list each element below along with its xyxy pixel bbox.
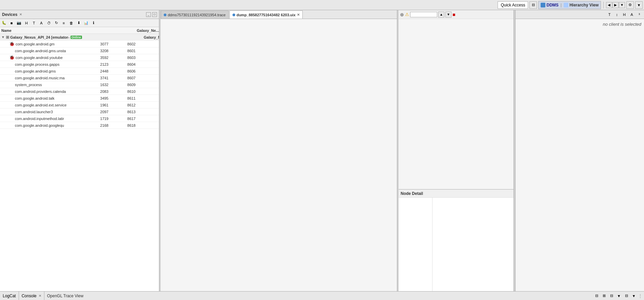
devices-toolbar: 🐛 ■ 📷 H T A ⏱ ↻ ≡ 🗑 ⬇ 📊 ℹ [0, 19, 159, 27]
trace-tab-icon [164, 14, 166, 16]
bug-icon-youtube: 🐞 [9, 55, 15, 60]
hierarchy-search-input[interactable] [410, 12, 437, 17]
gc-btn[interactable]: 🗑 [68, 20, 75, 26]
bottom-icon-btn-1[interactable]: ⊟ [593, 293, 600, 299]
col-name-header: Name [0, 28, 85, 33]
device-extra-cell: Galaxy_Ne... [142, 35, 159, 39]
toolbar-extra-btn[interactable]: ▼ [635, 1, 643, 9]
debug-btn[interactable]: 🐛 [1, 20, 7, 26]
hprof-btn[interactable]: ⬇ [75, 20, 82, 26]
bug-icon-gm: 🐞 [9, 41, 15, 46]
quick-access-button[interactable]: Quick Access [498, 1, 528, 9]
warning-icon: ⚠ [405, 12, 409, 17]
node-detail-left [399, 198, 432, 291]
sysinfo-btn[interactable]: ℹ [90, 20, 97, 26]
bottom-icon-btn-2[interactable]: ⊞ [601, 293, 607, 299]
devices-panel-header: Devices ✕ _ □ [0, 10, 159, 19]
process-row-talk[interactable]: com.google.android.talk 3495 8611 [0, 95, 159, 102]
dump-tab[interactable]: dump_885827751643482 6203.uix ✕ [229, 11, 303, 19]
heap-btn[interactable]: H [23, 20, 30, 26]
updateheap-btn[interactable]: ≡ [60, 20, 67, 26]
stop-btn[interactable]: ■ [8, 20, 15, 26]
nav-arrows: ◀ ▶ ▼ [606, 2, 625, 8]
opengl-trace-label: OpenGL Trace View [47, 294, 83, 298]
process-row-google[interactable]: com.google.android.googlequ 2168 8618 [0, 122, 159, 129]
process-row-ext[interactable]: com.google.android.ext.service 1961 8612 [0, 102, 159, 108]
bottom-icon-btn-6[interactable]: ▼ [630, 293, 637, 299]
thread-btn[interactable]: T [31, 20, 37, 26]
nav-forward-btn[interactable]: ▶ [612, 2, 619, 8]
devices-panel-close[interactable]: ✕ [19, 13, 22, 16]
separator [603, 2, 604, 8]
process-row-gms[interactable]: com.google.android.gms 2448 8606 [0, 68, 159, 75]
process-row-gms-unsta[interactable]: com.google.android.gms.unsta 3208 8601 [0, 47, 159, 54]
hierarchy-view-top: ⊕ ⚠ ▲ ▼ ■ [399, 10, 514, 189]
devices-maximize-btn[interactable]: □ [152, 12, 157, 17]
alloc-btn[interactable]: A [38, 20, 45, 26]
device-list: ▼ ▣ Galaxy_Nexus_API_24 [emulator- Onlin… [0, 34, 159, 291]
toolbar-settings-btn[interactable]: ⚙ [626, 1, 634, 9]
devices-panel-title: Devices [2, 12, 17, 17]
perspective-area: DDMS | Hierarchy View [538, 1, 601, 9]
process-row-music[interactable]: com.google.android.music:ma 3741 8607 [0, 75, 159, 81]
dump-tab-close[interactable]: ✕ [297, 13, 300, 17]
bottom-icon-btn-3[interactable]: ⊟ [608, 293, 615, 299]
center-tab-bar: ddms7573011192143921954.trace dump_88582… [161, 10, 397, 19]
bottom-resize-handle: ⋮ [638, 293, 643, 299]
column-headers: Name Galaxy_Ne... [0, 27, 159, 34]
update-threads-btn[interactable]: ↻ [53, 20, 60, 26]
center-panel: ddms7573011192143921954.trace dump_88582… [161, 10, 397, 291]
dump-tab-icon [233, 14, 235, 16]
trace-tab-label: ddms7573011192143921954.trace [168, 13, 226, 17]
nav-menu-btn[interactable]: ▼ [619, 2, 625, 8]
trace-tab[interactable]: ddms7573011192143921954.trace [161, 11, 229, 19]
tracemethod-btn[interactable]: ⏱ [45, 20, 52, 26]
hierarchy-down-btn[interactable]: ▼ [445, 12, 451, 18]
far-right-superscript-btn[interactable]: ³ [636, 11, 643, 18]
bottom-content: OpenGL Trace View [44, 292, 592, 300]
bottom-icon-btn-5[interactable]: ⊟ [623, 293, 630, 299]
far-right-toolbar: T ↕ H A ³ [516, 10, 644, 19]
logcat-tab-label: LogCat [3, 294, 16, 298]
stop-icon: ■ [452, 12, 455, 17]
hierarchy-panel: ⊕ ⚠ ▲ ▼ ■ Node Detail [399, 10, 514, 291]
hierarchy-canvas [399, 19, 514, 189]
process-row-gapps[interactable]: com.google.process.gapps 2123 8604 [0, 61, 159, 68]
node-detail-panel: Node Detail [399, 189, 514, 291]
process-row-gm[interactable]: 🐞 com.google.android.gm 3077 8602 [0, 41, 159, 47]
screenshot-btn[interactable]: 📷 [16, 20, 22, 26]
node-detail-content [399, 198, 514, 291]
process-row-launcher[interactable]: com.android.launcher3 2097 8613 [0, 108, 159, 115]
far-right-panel: T ↕ H A ³ no client is selected [515, 10, 644, 291]
console-tab-close[interactable]: ✕ [39, 294, 41, 298]
far-right-icon-btn-a[interactable]: A [628, 11, 635, 18]
alloctrace-btn[interactable]: 📊 [83, 20, 89, 26]
process-row-inputmethod[interactable]: com.android.inputmethod.latir 1719 8617 [0, 115, 159, 122]
hierarchy-toolbar: ⊕ ⚠ ▲ ▼ ■ [399, 10, 514, 19]
devices-minimize-btn[interactable]: _ [146, 12, 151, 17]
process-row-calendar[interactable]: com.android.providers.calenda 2083 8610 [0, 88, 159, 95]
hierarchy-up-btn[interactable]: ▲ [438, 12, 444, 18]
bottom-right-icons: ⊟ ⊞ ⊟ ▼ ⊟ ▼ ⋮ [592, 292, 644, 300]
process-row-system[interactable]: system_process 1632 8609 [0, 81, 159, 88]
nav-back-btn[interactable]: ◀ [606, 2, 612, 8]
top-toolbar: Quick Access ⊟ DDMS | Hierarchy View ◀ ▶… [0, 0, 644, 10]
far-right-icon-btn-h[interactable]: H [621, 11, 628, 18]
far-right-icon-btn-2[interactable]: ↕ [613, 11, 620, 18]
zoom-in-icon: ⊕ [400, 12, 404, 17]
hierarchy-view-perspective[interactable]: Hierarchy View [564, 3, 599, 7]
device-name-cell: ▼ ▣ Galaxy_Nexus_API_24 [emulator- Onlin… [0, 35, 88, 39]
console-tab[interactable]: Console ✕ [19, 292, 44, 300]
logcat-tab[interactable]: LogCat [0, 292, 19, 300]
node-detail-header: Node Detail [399, 189, 514, 198]
node-detail-right [432, 198, 514, 291]
bottom-area: LogCat Console ✕ OpenGL Trace View ⊟ ⊞ ⊟… [0, 291, 644, 300]
process-row-youtube[interactable]: 🐞 com.google.android.youtube 3592 8603 [0, 54, 159, 61]
ddms-perspective[interactable]: DDMS [541, 3, 558, 7]
no-client-label: no client is selected [603, 22, 641, 27]
bottom-icon-btn-4[interactable]: ▼ [616, 293, 622, 299]
toolbar-icon-btn-1[interactable]: ⊟ [529, 1, 537, 9]
far-right-icon-btn-1[interactable]: T [606, 11, 613, 18]
device-header-row[interactable]: ▼ ▣ Galaxy_Nexus_API_24 [emulator- Onlin… [0, 34, 159, 41]
devices-panel: Devices ✕ _ □ 🐛 ■ 📷 H T A ⏱ ↻ ≡ 🗑 ⬇ 📊 ℹ … [0, 10, 159, 291]
